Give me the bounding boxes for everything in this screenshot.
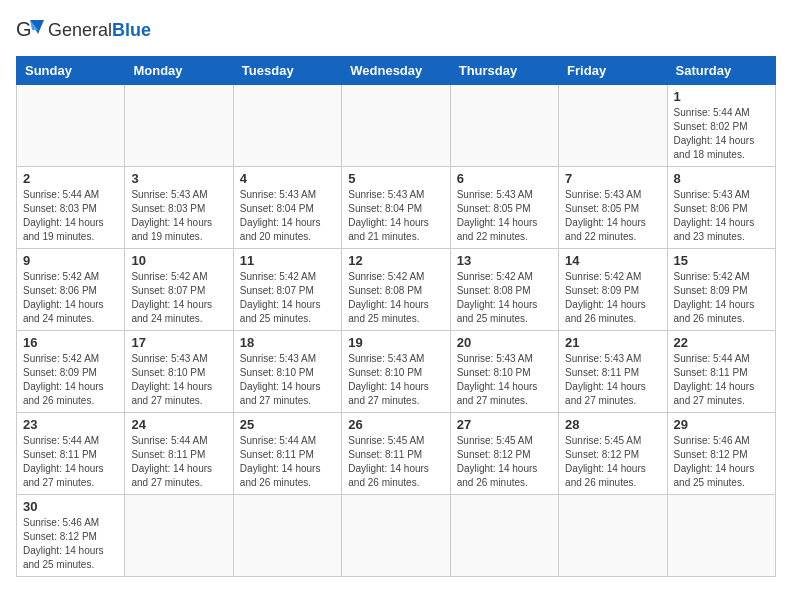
day-number: 1	[674, 89, 769, 104]
day-info: Sunrise: 5:44 AM Sunset: 8:11 PM Dayligh…	[23, 434, 118, 490]
calendar-cell: 20Sunrise: 5:43 AM Sunset: 8:10 PM Dayli…	[450, 331, 558, 413]
day-number: 23	[23, 417, 118, 432]
day-header-friday: Friday	[559, 57, 667, 85]
calendar-cell: 22Sunrise: 5:44 AM Sunset: 8:11 PM Dayli…	[667, 331, 775, 413]
calendar-week-5: 23Sunrise: 5:44 AM Sunset: 8:11 PM Dayli…	[17, 413, 776, 495]
day-number: 5	[348, 171, 443, 186]
day-header-sunday: Sunday	[17, 57, 125, 85]
day-info: Sunrise: 5:42 AM Sunset: 8:07 PM Dayligh…	[131, 270, 226, 326]
day-number: 26	[348, 417, 443, 432]
calendar-cell: 30Sunrise: 5:46 AM Sunset: 8:12 PM Dayli…	[17, 495, 125, 577]
calendar-week-3: 9Sunrise: 5:42 AM Sunset: 8:06 PM Daylig…	[17, 249, 776, 331]
calendar-cell: 12Sunrise: 5:42 AM Sunset: 8:08 PM Dayli…	[342, 249, 450, 331]
calendar-cell	[125, 495, 233, 577]
calendar-cell: 6Sunrise: 5:43 AM Sunset: 8:05 PM Daylig…	[450, 167, 558, 249]
day-info: Sunrise: 5:44 AM Sunset: 8:11 PM Dayligh…	[674, 352, 769, 408]
day-info: Sunrise: 5:42 AM Sunset: 8:08 PM Dayligh…	[348, 270, 443, 326]
calendar-cell: 14Sunrise: 5:42 AM Sunset: 8:09 PM Dayli…	[559, 249, 667, 331]
day-info: Sunrise: 5:42 AM Sunset: 8:09 PM Dayligh…	[565, 270, 660, 326]
day-number: 17	[131, 335, 226, 350]
day-header-thursday: Thursday	[450, 57, 558, 85]
calendar-cell: 7Sunrise: 5:43 AM Sunset: 8:05 PM Daylig…	[559, 167, 667, 249]
calendar-cell: 29Sunrise: 5:46 AM Sunset: 8:12 PM Dayli…	[667, 413, 775, 495]
calendar-cell: 10Sunrise: 5:42 AM Sunset: 8:07 PM Dayli…	[125, 249, 233, 331]
day-info: Sunrise: 5:43 AM Sunset: 8:04 PM Dayligh…	[240, 188, 335, 244]
day-number: 30	[23, 499, 118, 514]
day-header-monday: Monday	[125, 57, 233, 85]
day-info: Sunrise: 5:43 AM Sunset: 8:05 PM Dayligh…	[565, 188, 660, 244]
day-number: 6	[457, 171, 552, 186]
calendar-cell: 11Sunrise: 5:42 AM Sunset: 8:07 PM Dayli…	[233, 249, 341, 331]
day-info: Sunrise: 5:43 AM Sunset: 8:10 PM Dayligh…	[348, 352, 443, 408]
calendar-cell: 27Sunrise: 5:45 AM Sunset: 8:12 PM Dayli…	[450, 413, 558, 495]
day-header-saturday: Saturday	[667, 57, 775, 85]
svg-text:G: G	[16, 18, 32, 40]
day-info: Sunrise: 5:42 AM Sunset: 8:06 PM Dayligh…	[23, 270, 118, 326]
day-number: 7	[565, 171, 660, 186]
calendar-cell: 15Sunrise: 5:42 AM Sunset: 8:09 PM Dayli…	[667, 249, 775, 331]
day-number: 3	[131, 171, 226, 186]
day-number: 4	[240, 171, 335, 186]
day-number: 12	[348, 253, 443, 268]
calendar-cell: 4Sunrise: 5:43 AM Sunset: 8:04 PM Daylig…	[233, 167, 341, 249]
day-number: 10	[131, 253, 226, 268]
day-number: 16	[23, 335, 118, 350]
day-header-wednesday: Wednesday	[342, 57, 450, 85]
day-number: 2	[23, 171, 118, 186]
day-info: Sunrise: 5:46 AM Sunset: 8:12 PM Dayligh…	[23, 516, 118, 572]
calendar-cell	[559, 495, 667, 577]
day-info: Sunrise: 5:43 AM Sunset: 8:04 PM Dayligh…	[348, 188, 443, 244]
logo: G GeneralBlue	[16, 16, 151, 44]
day-info: Sunrise: 5:42 AM Sunset: 8:09 PM Dayligh…	[674, 270, 769, 326]
day-number: 24	[131, 417, 226, 432]
calendar-week-2: 2Sunrise: 5:44 AM Sunset: 8:03 PM Daylig…	[17, 167, 776, 249]
page-header: G GeneralBlue	[16, 16, 776, 44]
day-info: Sunrise: 5:45 AM Sunset: 8:11 PM Dayligh…	[348, 434, 443, 490]
day-number: 11	[240, 253, 335, 268]
day-number: 27	[457, 417, 552, 432]
day-info: Sunrise: 5:42 AM Sunset: 8:08 PM Dayligh…	[457, 270, 552, 326]
day-number: 18	[240, 335, 335, 350]
day-number: 29	[674, 417, 769, 432]
calendar-cell: 24Sunrise: 5:44 AM Sunset: 8:11 PM Dayli…	[125, 413, 233, 495]
calendar-week-1: 1Sunrise: 5:44 AM Sunset: 8:02 PM Daylig…	[17, 85, 776, 167]
calendar-cell	[667, 495, 775, 577]
calendar-cell: 13Sunrise: 5:42 AM Sunset: 8:08 PM Dayli…	[450, 249, 558, 331]
calendar-cell	[559, 85, 667, 167]
day-number: 28	[565, 417, 660, 432]
day-info: Sunrise: 5:45 AM Sunset: 8:12 PM Dayligh…	[565, 434, 660, 490]
logo-text: GeneralBlue	[48, 20, 151, 40]
day-info: Sunrise: 5:43 AM Sunset: 8:11 PM Dayligh…	[565, 352, 660, 408]
day-info: Sunrise: 5:43 AM Sunset: 8:10 PM Dayligh…	[131, 352, 226, 408]
calendar-cell	[125, 85, 233, 167]
calendar-cell: 1Sunrise: 5:44 AM Sunset: 8:02 PM Daylig…	[667, 85, 775, 167]
calendar-cell: 8Sunrise: 5:43 AM Sunset: 8:06 PM Daylig…	[667, 167, 775, 249]
calendar-cell: 19Sunrise: 5:43 AM Sunset: 8:10 PM Dayli…	[342, 331, 450, 413]
calendar-cell	[233, 495, 341, 577]
calendar-cell	[450, 85, 558, 167]
calendar-cell: 9Sunrise: 5:42 AM Sunset: 8:06 PM Daylig…	[17, 249, 125, 331]
calendar-cell: 16Sunrise: 5:42 AM Sunset: 8:09 PM Dayli…	[17, 331, 125, 413]
day-number: 14	[565, 253, 660, 268]
day-number: 22	[674, 335, 769, 350]
calendar-cell: 17Sunrise: 5:43 AM Sunset: 8:10 PM Dayli…	[125, 331, 233, 413]
day-info: Sunrise: 5:42 AM Sunset: 8:09 PM Dayligh…	[23, 352, 118, 408]
day-number: 19	[348, 335, 443, 350]
calendar-cell: 28Sunrise: 5:45 AM Sunset: 8:12 PM Dayli…	[559, 413, 667, 495]
calendar-week-4: 16Sunrise: 5:42 AM Sunset: 8:09 PM Dayli…	[17, 331, 776, 413]
day-info: Sunrise: 5:43 AM Sunset: 8:05 PM Dayligh…	[457, 188, 552, 244]
day-info: Sunrise: 5:44 AM Sunset: 8:11 PM Dayligh…	[131, 434, 226, 490]
day-number: 15	[674, 253, 769, 268]
calendar-cell: 23Sunrise: 5:44 AM Sunset: 8:11 PM Dayli…	[17, 413, 125, 495]
calendar-cell: 21Sunrise: 5:43 AM Sunset: 8:11 PM Dayli…	[559, 331, 667, 413]
day-info: Sunrise: 5:46 AM Sunset: 8:12 PM Dayligh…	[674, 434, 769, 490]
calendar-cell: 26Sunrise: 5:45 AM Sunset: 8:11 PM Dayli…	[342, 413, 450, 495]
day-info: Sunrise: 5:44 AM Sunset: 8:11 PM Dayligh…	[240, 434, 335, 490]
day-number: 20	[457, 335, 552, 350]
calendar-cell: 18Sunrise: 5:43 AM Sunset: 8:10 PM Dayli…	[233, 331, 341, 413]
day-number: 13	[457, 253, 552, 268]
day-header-tuesday: Tuesday	[233, 57, 341, 85]
calendar-cell: 2Sunrise: 5:44 AM Sunset: 8:03 PM Daylig…	[17, 167, 125, 249]
calendar-cell	[342, 495, 450, 577]
day-info: Sunrise: 5:44 AM Sunset: 8:03 PM Dayligh…	[23, 188, 118, 244]
